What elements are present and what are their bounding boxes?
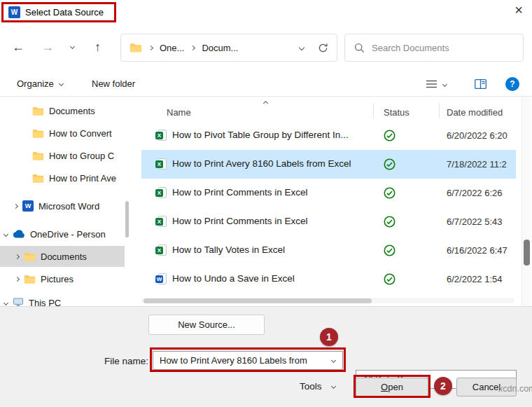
search-icon [354, 43, 365, 53]
file-date: 6/16/2022 6:47 [447, 245, 507, 256]
excel-file-icon: X [155, 130, 167, 142]
excel-file-icon: X [155, 187, 167, 199]
sidebar-item-label: Microsoft Word [38, 201, 99, 212]
sidebar-item-how-to-group[interactable]: How to Group C [0, 145, 125, 166]
annotation-step-1-badge: 1 [320, 328, 338, 346]
toolbar-divider [0, 96, 532, 97]
help-icon: ? [510, 79, 514, 89]
sidebar-item-onedrive[interactable]: OneDrive - Person [0, 223, 125, 244]
breadcrumb-separator-icon [190, 45, 195, 50]
new-folder-label: New folder [92, 78, 135, 89]
file-date: 6/20/2022 6:20 [447, 130, 507, 141]
file-row[interactable]: X How to Print Comments in Excel 6/7/202… [141, 179, 516, 207]
sidebar-scrollbar[interactable] [125, 201, 129, 237]
refresh-icon[interactable] [318, 43, 328, 53]
word-icon: W [22, 200, 34, 212]
column-header-date[interactable]: Date modified [447, 107, 503, 118]
file-row[interactable]: X How to Pivot Table Group by Different … [141, 121, 516, 150]
sidebar-item-how-to-print[interactable]: How to Print Ave [0, 167, 125, 188]
column-header-name[interactable]: Name [167, 107, 191, 118]
preview-pane-button[interactable] [475, 79, 486, 91]
sidebar-item-label: How to Group C [49, 151, 114, 161]
breadcrumb-segment[interactable]: Docum... [202, 43, 238, 53]
this-pc-icon [13, 298, 24, 306]
file-list: Name Status Date modified X How to Pivot… [140, 97, 516, 306]
search-box[interactable] [344, 34, 524, 62]
sidebar-item-label: Pictures [41, 274, 74, 284]
new-folder-button[interactable]: New folder [92, 78, 135, 89]
file-name: How to Print Avery 8160 Labels from Exce… [172, 158, 351, 169]
sidebar-item-label: OneDrive - Person [30, 229, 106, 240]
open-label-accesskey: O [381, 382, 388, 392]
word-icon-letter: W [25, 202, 31, 209]
expand-chevron-icon[interactable] [15, 276, 20, 281]
open-button[interactable]: Open [356, 378, 428, 396]
annotation-step-2-number: 2 [440, 380, 446, 392]
column-header-status[interactable]: Status [384, 107, 410, 118]
excel-file-icon: X [155, 244, 167, 256]
file-name-value: How to Print Avery 8160 Labels from [160, 355, 307, 366]
file-name-combobox[interactable]: How to Print Avery 8160 Labels from [153, 351, 343, 370]
file-row[interactable]: W How to Undo a Save in Excel 6/2/2022 1… [141, 265, 516, 294]
excel-file-icon: X [155, 158, 167, 170]
file-browser: Documents How to Convert How to Group C … [0, 97, 532, 306]
word-app-icon-letter: W [11, 8, 18, 16]
expand-chevron-icon[interactable] [13, 203, 18, 208]
chevron-down-icon[interactable] [331, 358, 336, 363]
status-check-icon [384, 158, 396, 172]
column-divider[interactable] [439, 103, 440, 118]
file-name: How to Tally Votes in Excel [172, 244, 285, 255]
expand-chevron-icon[interactable] [15, 254, 20, 258]
nav-history-dropdown-icon[interactable] [70, 44, 75, 49]
organize-label: Organize [17, 78, 54, 89]
breadcrumb-bar[interactable]: One... Docum... [120, 34, 337, 62]
breadcrumb-dropdown-icon[interactable] [299, 45, 304, 50]
file-row-selected[interactable]: X How to Print Avery 8160 Labels from Ex… [141, 150, 516, 179]
sidebar-item-microsoft-word[interactable]: W Microsoft Word [0, 195, 125, 216]
horizontal-scrollbar[interactable] [141, 298, 514, 303]
chevron-down-icon [330, 384, 335, 389]
list-view-icon [426, 79, 438, 89]
tools-menu[interactable]: Tools [300, 381, 335, 392]
onedrive-cloud-icon [13, 230, 25, 238]
folder-icon [32, 174, 44, 183]
dialog-footer: New Source... File name: How to Print Av… [0, 306, 532, 407]
sidebar-item-pictures[interactable]: Pictures [0, 268, 125, 289]
file-row[interactable]: X How to Tally Votes in Excel 6/16/2022 … [141, 236, 516, 265]
word-file-icon: W [155, 273, 167, 285]
chevron-down-icon [442, 81, 447, 86]
folder-icon [130, 43, 142, 53]
new-source-button[interactable]: New Source... [148, 315, 265, 335]
sidebar-item-documents-sub[interactable]: Documents [0, 100, 125, 121]
back-button[interactable]: ← [12, 39, 24, 55]
collapse-chevron-icon[interactable] [4, 300, 8, 305]
sidebar-item-label: Documents [49, 106, 95, 116]
cancel-label: Cancel [472, 382, 500, 392]
organize-menu[interactable]: Organize [17, 78, 63, 89]
vertical-scrollbar[interactable] [522, 97, 531, 306]
file-name: How to Print Comments in Excel [172, 187, 308, 198]
forward-button[interactable]: → [41, 39, 54, 55]
file-date: 7/18/2022 11:2 [447, 159, 507, 170]
file-row[interactable]: X How to Print Comments in Excel 6/7/202… [141, 207, 516, 236]
file-date: 6/7/2022 5:43 [447, 216, 503, 227]
column-divider[interactable] [373, 103, 374, 118]
close-icon[interactable]: × [510, 2, 527, 22]
search-input[interactable] [372, 43, 491, 53]
folder-icon [32, 129, 44, 138]
horizontal-scrollbar-thumb[interactable] [144, 298, 372, 303]
watermark: xcdn.com [498, 384, 532, 394]
help-button[interactable]: ? [505, 77, 519, 91]
tools-label: Tools [300, 381, 322, 392]
breadcrumb-segment[interactable]: One... [160, 43, 184, 53]
up-button[interactable]: ↑ [94, 39, 101, 55]
vertical-scrollbar-thumb[interactable] [524, 240, 530, 265]
folder-tree: Documents How to Convert How to Group C … [0, 97, 125, 306]
open-label: pen [388, 382, 403, 392]
sidebar-item-this-pc[interactable]: This PC [0, 292, 125, 306]
sidebar-item-how-to-convert[interactable]: How to Convert [0, 123, 125, 144]
sidebar-item-documents[interactable]: Documents [0, 246, 125, 267]
folder-icon [24, 275, 36, 284]
view-mode-button[interactable] [426, 79, 447, 89]
collapse-chevron-icon[interactable] [4, 231, 8, 236]
